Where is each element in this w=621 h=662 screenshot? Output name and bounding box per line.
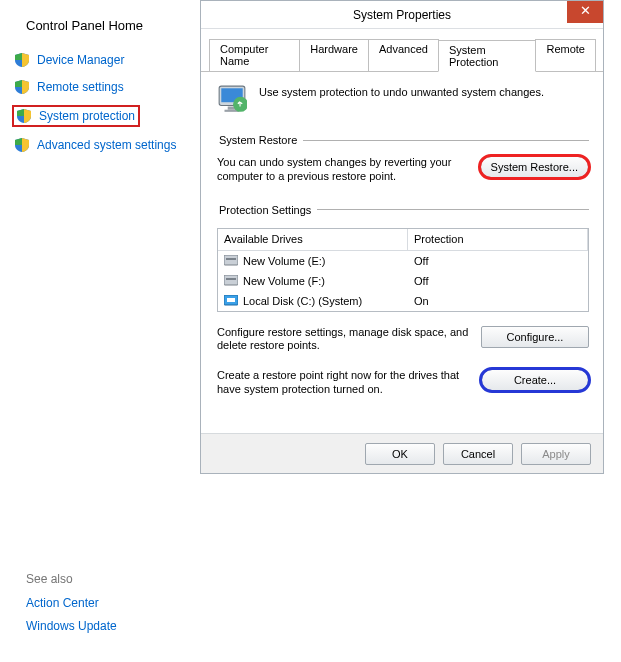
legend-system-restore: System Restore [217, 134, 303, 146]
close-icon: ✕ [580, 3, 591, 18]
dialog-button-bar: OK Cancel Apply [201, 433, 603, 473]
sidebar-link-label: Advanced system settings [37, 138, 176, 152]
drive-row[interactable]: New Volume (F:)Off [218, 271, 588, 291]
configure-button[interactable]: Configure... [481, 326, 589, 348]
sidebar-link-remote-settings[interactable]: Remote settings [12, 78, 198, 96]
shield-icon [15, 53, 29, 67]
apply-button[interactable]: Apply [521, 443, 591, 465]
drive-icon [224, 295, 238, 306]
tab-remote[interactable]: Remote [535, 39, 596, 71]
drive-protection: On [414, 295, 429, 307]
shield-icon [17, 109, 31, 123]
shield-icon [15, 80, 29, 94]
see-also-link[interactable]: Windows Update [26, 619, 117, 633]
create-button[interactable]: Create... [481, 369, 589, 391]
drive-row[interactable]: New Volume (E:)Off [218, 251, 588, 271]
tab-hardware[interactable]: Hardware [299, 39, 369, 71]
dialog-title: System Properties [353, 8, 451, 22]
sidebar-link-advanced-settings[interactable]: Advanced system settings [12, 136, 198, 154]
drive-icon [224, 255, 238, 266]
drive-icon [224, 275, 238, 286]
sidebar-link-label: Remote settings [37, 80, 124, 94]
tab-pane-system-protection: Use system protection to undo unwanted s… [201, 72, 603, 403]
intro-text: Use system protection to undo unwanted s… [259, 84, 544, 98]
group-system-restore: System Restore You can undo system chang… [217, 134, 589, 184]
col-available-drives[interactable]: Available Drives [218, 229, 408, 250]
sidebar-link-device-manager[interactable]: Device Manager [12, 51, 198, 69]
drives-body[interactable]: New Volume (E:)OffNew Volume (F:)OffLoca… [218, 251, 588, 311]
control-panel-sidebar: Control Panel Home Device ManagerRemote … [8, 18, 198, 163]
titlebar: System Properties ✕ [201, 1, 603, 29]
drive-name: New Volume (E:) [243, 255, 326, 267]
sidebar-link-system-protection[interactable]: System protection [12, 105, 140, 127]
tab-system-protection[interactable]: System Protection [438, 40, 537, 72]
system-restore-desc: You can undo system changes by reverting… [217, 156, 470, 184]
tab-strip: Computer NameHardwareAdvancedSystem Prot… [201, 29, 603, 72]
control-panel-home[interactable]: Control Panel Home [26, 18, 198, 33]
col-protection[interactable]: Protection [408, 229, 588, 250]
sidebar-link-label: System protection [39, 109, 135, 123]
see-also-heading: See also [26, 572, 117, 586]
drives-header: Available Drives Protection [218, 229, 588, 251]
close-button[interactable]: ✕ [567, 1, 603, 23]
drive-name: Local Disk (C:) (System) [243, 295, 362, 307]
drive-protection: Off [414, 275, 428, 287]
shield-icon [15, 138, 29, 152]
see-also-section: See also Action CenterWindows Update [26, 572, 117, 642]
drive-name: New Volume (F:) [243, 275, 325, 287]
drives-table: Available Drives Protection New Volume (… [217, 228, 589, 312]
system-restore-button[interactable]: System Restore... [480, 156, 589, 178]
cancel-button[interactable]: Cancel [443, 443, 513, 465]
system-properties-dialog: System Properties ✕ Computer NameHardwar… [200, 0, 604, 474]
group-protection-settings: Protection Settings Available Drives Pro… [217, 204, 589, 397]
sidebar-link-label: Device Manager [37, 53, 124, 67]
drive-row[interactable]: Local Disk (C:) (System)On [218, 291, 588, 311]
tab-advanced[interactable]: Advanced [368, 39, 439, 71]
legend-protection-settings: Protection Settings [217, 204, 317, 216]
system-protection-icon [217, 84, 247, 114]
configure-desc: Configure restore settings, manage disk … [217, 326, 471, 354]
ok-button[interactable]: OK [365, 443, 435, 465]
tab-computer-name[interactable]: Computer Name [209, 39, 300, 71]
create-desc: Create a restore point right now for the… [217, 369, 471, 397]
drive-protection: Off [414, 255, 428, 267]
see-also-link[interactable]: Action Center [26, 596, 117, 610]
